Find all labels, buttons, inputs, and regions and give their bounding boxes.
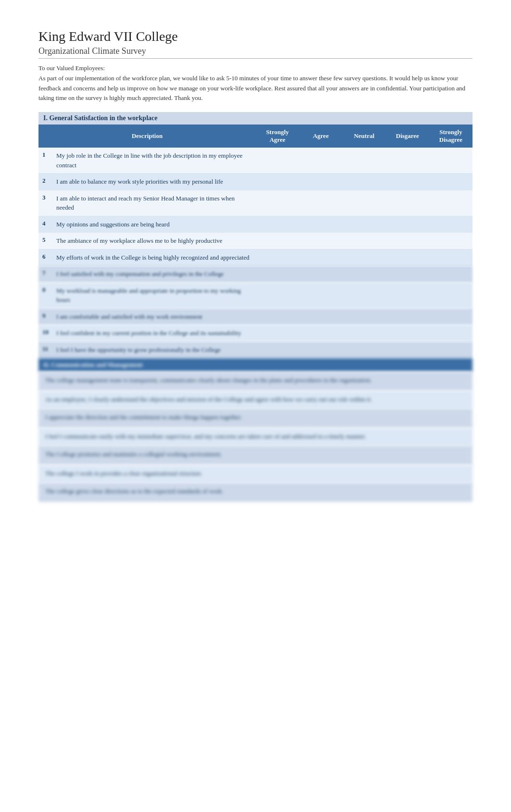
section-ii-header: II. Communication and Management [38, 358, 473, 372]
rating-strongly-disagree[interactable] [429, 308, 473, 325]
rating-disagree[interactable] [386, 266, 429, 283]
row-description: My opinions and suggestions are being he… [52, 216, 256, 233]
rating-neutral[interactable] [343, 308, 386, 325]
row-description: My job role in the College in line with … [52, 148, 256, 174]
rating-agree[interactable] [299, 266, 343, 283]
col-neutral: Neutral [343, 125, 386, 148]
rating-disagree[interactable] [386, 308, 429, 325]
row-number: 2 [38, 174, 52, 190]
rating-disagree[interactable] [386, 325, 429, 342]
section-i-header: I. General Satisfaction in the workplace [38, 112, 473, 125]
table-row: 9I am comfortable and satisfied with my … [38, 308, 473, 325]
rating-disagree[interactable] [386, 190, 429, 216]
row-number: 6 [38, 249, 52, 266]
row-number: 4 [38, 216, 52, 233]
survey-table: Description Strongly Agree Agree Neutral… [38, 125, 473, 358]
row-description: I feel satisfied with my compensation an… [52, 266, 256, 283]
row-description: I am able to interact and reach my Senio… [52, 190, 256, 216]
rating-agree[interactable] [299, 249, 343, 266]
rating-strongly-disagree[interactable] [429, 216, 473, 233]
row-description: The ambiance of my workplace allows me t… [52, 233, 256, 250]
row-number: 11 [38, 341, 52, 358]
intro-greeting: To our Valued Employees: [38, 63, 473, 74]
rating-strongly-agree[interactable] [256, 190, 299, 216]
rating-disagree[interactable] [386, 216, 429, 233]
table-row: 8My workload is manageable and appropria… [38, 282, 473, 308]
rating-strongly-disagree[interactable] [429, 325, 473, 342]
college-title: King Edward VII College [38, 29, 473, 44]
blurred-row: I appreciate the direction and the commi… [38, 409, 473, 428]
row-description: I am able to balance my work style prior… [52, 174, 256, 190]
table-row: 5The ambiance of my workplace allows me … [38, 233, 473, 250]
rating-disagree[interactable] [386, 249, 429, 266]
table-row: 1My job role in the College in line with… [38, 148, 473, 174]
rating-strongly-agree[interactable] [256, 174, 299, 190]
rating-disagree[interactable] [386, 233, 429, 250]
col-strongly-disagree: Strongly Disagree [429, 125, 473, 148]
blurred-row: As an employee, I clearly understand the… [38, 391, 473, 409]
row-description: My efforts of work in the College is bei… [52, 249, 256, 266]
rating-strongly-disagree[interactable] [429, 148, 473, 174]
blurred-row: The College promotes and maintains a col… [38, 446, 473, 465]
table-row: 2I am able to balance my work style prio… [38, 174, 473, 190]
rating-agree[interactable] [299, 308, 343, 325]
rating-strongly-agree[interactable] [256, 233, 299, 250]
rating-neutral[interactable] [343, 325, 386, 342]
rating-agree[interactable] [299, 282, 343, 308]
table-row: 11I feel I have the opportunity to grow … [38, 341, 473, 358]
col-strongly-agree: Strongly Agree [256, 125, 299, 148]
rating-disagree[interactable] [386, 174, 429, 190]
table-row: 10I feel confident in my current positio… [38, 325, 473, 342]
col-disagree: Disgaree [386, 125, 429, 148]
row-description: I feel I have the opportunity to grow pr… [52, 341, 256, 358]
rating-disagree[interactable] [386, 282, 429, 308]
rating-agree[interactable] [299, 190, 343, 216]
rating-neutral[interactable] [343, 190, 386, 216]
rating-strongly-agree[interactable] [256, 216, 299, 233]
row-number: 7 [38, 266, 52, 283]
rating-agree[interactable] [299, 216, 343, 233]
rating-strongly-agree[interactable] [256, 249, 299, 266]
rating-strongly-agree[interactable] [256, 266, 299, 283]
rating-strongly-agree[interactable] [256, 148, 299, 174]
rating-neutral[interactable] [343, 282, 386, 308]
rating-strongly-disagree[interactable] [429, 233, 473, 250]
row-number: 5 [38, 233, 52, 250]
rating-agree[interactable] [299, 174, 343, 190]
rating-neutral[interactable] [343, 233, 386, 250]
rating-agree[interactable] [299, 233, 343, 250]
blurred-row: The college management team is transpare… [38, 372, 473, 391]
rating-neutral[interactable] [343, 266, 386, 283]
rating-strongly-agree[interactable] [256, 308, 299, 325]
rating-strongly-agree[interactable] [256, 341, 299, 358]
rating-strongly-disagree[interactable] [429, 190, 473, 216]
row-description: I am comfortable and satisfied with my w… [52, 308, 256, 325]
rating-neutral[interactable] [343, 216, 386, 233]
rating-strongly-disagree[interactable] [429, 341, 473, 358]
row-number: 9 [38, 308, 52, 325]
rating-disagree[interactable] [386, 148, 429, 174]
rating-strongly-disagree[interactable] [429, 282, 473, 308]
rating-agree[interactable] [299, 148, 343, 174]
rating-strongly-disagree[interactable] [429, 266, 473, 283]
blurred-row: The college I work in provides a clear o… [38, 465, 473, 483]
table-row: 6My efforts of work in the College is be… [38, 249, 473, 266]
row-number: 10 [38, 325, 52, 342]
rating-strongly-disagree[interactable] [429, 249, 473, 266]
rating-strongly-disagree[interactable] [429, 174, 473, 190]
rating-agree[interactable] [299, 325, 343, 342]
row-description: I feel confident in my current position … [52, 325, 256, 342]
rating-agree[interactable] [299, 341, 343, 358]
rating-strongly-agree[interactable] [256, 282, 299, 308]
rating-neutral[interactable] [343, 249, 386, 266]
blurred-row: The college gives clear directions as to… [38, 483, 473, 502]
col-description: Description [38, 125, 256, 148]
rating-strongly-agree[interactable] [256, 325, 299, 342]
rating-neutral[interactable] [343, 174, 386, 190]
table-row: 7I feel satisfied with my compensation a… [38, 266, 473, 283]
rating-disagree[interactable] [386, 341, 429, 358]
rating-neutral[interactable] [343, 148, 386, 174]
blurred-row: I feel I communicate easily with my imme… [38, 428, 473, 446]
rating-neutral[interactable] [343, 341, 386, 358]
row-number: 8 [38, 282, 52, 308]
